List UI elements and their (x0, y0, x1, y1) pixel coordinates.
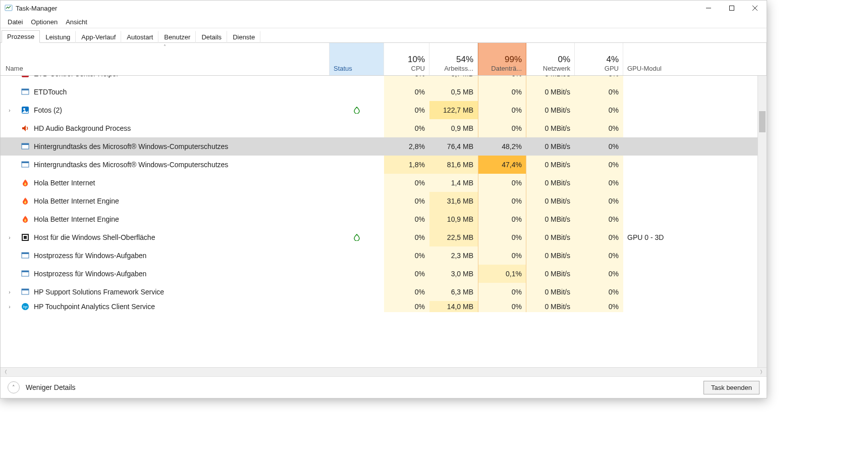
cell-network: 0 MBit/s (526, 156, 575, 174)
process-row[interactable]: ETD Control Center Helper0%0,7 MB0%0 MBi… (1, 76, 767, 83)
cell-cpu: 0% (384, 174, 429, 192)
cell-network: 0 MBit/s (526, 83, 575, 101)
fewer-details-toggle[interactable]: ˄ (8, 381, 20, 393)
cell-name: Hola Better Internet (1, 174, 330, 192)
etd-icon (21, 76, 30, 78)
process-row[interactable]: Hintergrundtasks des Microsoft® Windows-… (1, 156, 767, 174)
cell-status (330, 228, 384, 246)
cell-network: 0 MBit/s (526, 228, 575, 246)
cell-gpu-module (623, 119, 767, 137)
cell-disk: 0% (478, 246, 526, 265)
process-row[interactable]: Hostprozess für Windows-Aufgaben0%2,3 MB… (1, 246, 767, 265)
column-header-gpu[interactable]: 4% GPU (575, 43, 623, 75)
column-label-network: Netzwerk (543, 65, 570, 72)
column-label-name: Name (6, 65, 325, 72)
process-row[interactable]: ›hpHP Touchpoint Analytics Client Servic… (1, 301, 767, 312)
expander-icon[interactable]: › (6, 304, 14, 310)
cell-memory: 2,3 MB (429, 246, 478, 265)
cell-memory: 3,0 MB (429, 265, 478, 283)
process-row[interactable]: Hintergrundtasks des Microsoft® Windows-… (1, 137, 767, 156)
cell-gpu: 0% (575, 246, 623, 265)
cell-gpu-module (623, 76, 767, 83)
scroll-right-icon[interactable]: 〉 (760, 369, 765, 376)
column-header-name[interactable]: ˄ Name (1, 43, 330, 75)
column-header-cpu[interactable]: 10% CPU (384, 43, 429, 75)
cell-name: ETDTouch (1, 83, 330, 101)
tab-prozesse[interactable]: Prozesse (2, 30, 40, 43)
process-row[interactable]: Hostprozess für Windows-Aufgaben0%3,0 MB… (1, 265, 767, 283)
content-area: ˄ Name Status 10% CPU 54% Arbeitss... 99… (1, 43, 767, 376)
cell-memory: 22,5 MB (429, 228, 478, 246)
process-row[interactable]: ›HP Support Solutions Framework Service0… (1, 283, 767, 301)
tab-autostart[interactable]: Autostart (121, 31, 158, 43)
menu-item-optionen[interactable]: Optionen (27, 17, 62, 27)
app-icon (21, 287, 30, 296)
column-label-cpu: CPU (411, 65, 425, 72)
minimize-button[interactable] (697, 1, 720, 16)
cell-gpu: 0% (575, 76, 623, 83)
column-header-network[interactable]: 0% Netzwerk (526, 43, 575, 75)
expander-icon[interactable]: › (6, 235, 14, 240)
tab-benutzer[interactable]: Benutzer (158, 31, 196, 43)
svg-rect-8 (22, 89, 29, 90)
memory-total-pct: 54% (456, 55, 473, 65)
app-icon (21, 269, 30, 278)
fewer-details-label[interactable]: Weniger Details (26, 383, 76, 391)
photos-icon (21, 106, 30, 115)
cell-disk: 48,2% (478, 137, 526, 156)
process-list[interactable]: ETD Control Center Helper0%0,7 MB0%0 MBi… (1, 76, 767, 367)
scroll-left-icon[interactable]: 〈 (2, 369, 7, 376)
cell-name: HD Audio Background Process (1, 119, 330, 137)
cell-network: 0 MBit/s (526, 192, 575, 210)
cell-cpu: 0% (384, 83, 429, 101)
horizontal-scrollbar[interactable]: 〈 〉 (1, 367, 767, 376)
column-header-status[interactable]: Status (330, 43, 384, 75)
gpu-total-pct: 4% (606, 55, 619, 65)
footer: ˄ Weniger Details Task beenden (1, 376, 767, 398)
cell-network: 0 MBit/s (526, 265, 575, 283)
svg-rect-2 (730, 6, 734, 11)
cell-status (330, 137, 384, 156)
process-row[interactable]: ›Host für die Windows Shell-Oberfläche0%… (1, 228, 767, 246)
expander-icon[interactable]: › (6, 108, 14, 113)
tab-app-verlauf[interactable]: App-Verlauf (76, 31, 121, 43)
cell-memory: 10,9 MB (429, 210, 478, 228)
process-row[interactable]: ›Fotos (2)0%122,7 MB0%0 MBit/s0% (1, 101, 767, 119)
cell-network: 0 MBit/s (526, 101, 575, 119)
column-header-gpu-module[interactable]: GPU-Modul (623, 43, 767, 75)
cell-gpu-module (623, 83, 767, 101)
tab-dienste[interactable]: Dienste (227, 31, 260, 43)
cell-status (330, 192, 384, 210)
tab-details[interactable]: Details (196, 31, 227, 43)
titlebar: Task-Manager (1, 1, 767, 16)
cell-disk: 0% (478, 283, 526, 301)
process-row[interactable]: ETDTouch0%0,5 MB0%0 MBit/s0% (1, 83, 767, 101)
suspended-icon (353, 107, 360, 114)
scrollbar-thumb[interactable] (759, 111, 766, 132)
cell-disk: 0% (478, 119, 526, 137)
chevron-up-icon: ˄ (12, 384, 15, 391)
column-header-memory[interactable]: 54% Arbeitss... (429, 43, 478, 75)
process-row[interactable]: Hola Better Internet0%1,4 MB0%0 MBit/s0% (1, 174, 767, 192)
menu-item-ansicht[interactable]: Ansicht (62, 17, 91, 27)
menu-item-datei[interactable]: Datei (4, 17, 27, 27)
vertical-scrollbar[interactable] (757, 76, 767, 367)
cell-gpu: 0% (575, 156, 623, 174)
process-name: Hostprozess für Windows-Aufgaben (34, 270, 146, 278)
process-row[interactable]: Hola Better Internet Engine0%10,9 MB0%0 … (1, 210, 767, 228)
cell-gpu-module (623, 283, 767, 301)
close-button[interactable] (743, 1, 767, 16)
task-manager-window: Task-Manager DateiOptionenAnsicht Prozes… (0, 0, 767, 398)
svg-rect-23 (22, 289, 29, 290)
cell-status (330, 101, 384, 119)
tab-leistung[interactable]: Leistung (40, 31, 76, 43)
maximize-button[interactable] (720, 1, 743, 16)
column-header-disk[interactable]: 99% Datenträ... (478, 43, 526, 75)
cell-name: ›Host für die Windows Shell-Oberfläche (1, 228, 330, 246)
process-row[interactable]: HD Audio Background Process0%0,9 MB0%0 M… (1, 119, 767, 137)
cell-gpu-module (623, 156, 767, 174)
expander-icon[interactable]: › (6, 289, 14, 295)
end-task-button[interactable]: Task beenden (703, 381, 760, 394)
process-row[interactable]: Hola Better Internet Engine0%31,6 MB0%0 … (1, 192, 767, 210)
column-label-disk: Datenträ... (491, 65, 522, 72)
